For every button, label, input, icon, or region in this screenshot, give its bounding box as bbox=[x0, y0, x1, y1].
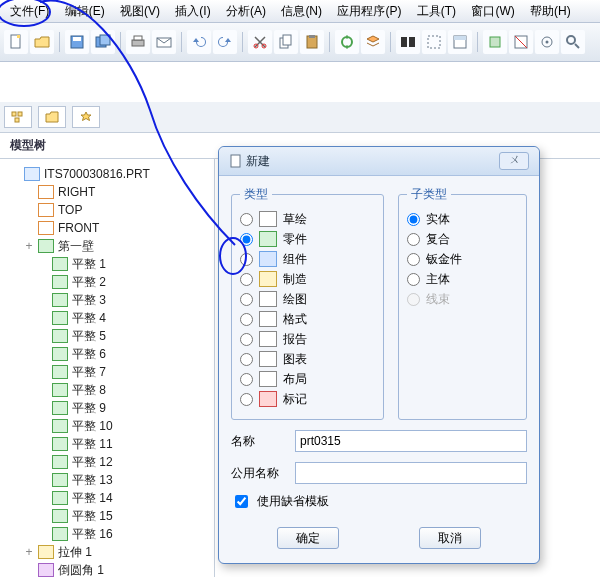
menu-analysis[interactable]: 分析(A) bbox=[220, 2, 272, 20]
menu-insert[interactable]: 插入(I) bbox=[169, 2, 216, 20]
regen-button[interactable] bbox=[335, 30, 359, 54]
tree-flat-feature[interactable]: 平整 2 bbox=[10, 273, 210, 291]
new-dialog: 新建 ㄨ 类型 草绘 零件 组件 制造 绘图 格式 报告 图表 布局 标记 bbox=[218, 146, 540, 564]
new-file-button[interactable] bbox=[4, 30, 28, 54]
tree-flat-feature[interactable]: 平整 13 bbox=[10, 471, 210, 489]
use-default-template-checkbox[interactable] bbox=[235, 495, 248, 508]
feature-icon bbox=[52, 491, 68, 505]
tree-extrude[interactable]: +拉伸 1 bbox=[10, 543, 210, 561]
type-diagram[interactable]: 图表 bbox=[240, 349, 375, 369]
type-markup[interactable]: 标记 bbox=[240, 389, 375, 409]
tree-flat-feature[interactable]: 平整 12 bbox=[10, 453, 210, 471]
redo-button[interactable] bbox=[213, 30, 237, 54]
main-toolbar bbox=[0, 23, 600, 62]
svg-rect-26 bbox=[12, 112, 16, 116]
type-format[interactable]: 格式 bbox=[240, 309, 375, 329]
undo-button[interactable] bbox=[187, 30, 211, 54]
menu-tools[interactable]: 工具(T) bbox=[411, 2, 462, 20]
panel-tab-folder[interactable] bbox=[38, 106, 66, 128]
menubar: 文件(F) 编辑(E) 视图(V) 插入(I) 分析(A) 信息(N) 应用程序… bbox=[0, 0, 600, 23]
ok-button[interactable]: 确定 bbox=[277, 527, 339, 549]
use-default-template-row[interactable]: 使用缺省模板 bbox=[231, 492, 527, 511]
paste-button[interactable] bbox=[300, 30, 324, 54]
common-name-input[interactable] bbox=[295, 462, 527, 484]
select-button[interactable] bbox=[422, 30, 446, 54]
menu-help[interactable]: 帮助(H) bbox=[524, 2, 577, 20]
view-mgr-button[interactable] bbox=[483, 30, 507, 54]
tree-flat-feature[interactable]: 平整 10 bbox=[10, 417, 210, 435]
tree-flat-feature[interactable]: 平整 6 bbox=[10, 345, 210, 363]
drawing-icon bbox=[259, 291, 277, 307]
sketch-icon bbox=[259, 211, 277, 227]
tree-flat-feature[interactable]: 平整 8 bbox=[10, 381, 210, 399]
panel-tab-tree[interactable] bbox=[4, 106, 32, 128]
name-input[interactable] bbox=[295, 430, 527, 452]
subtype-solid[interactable]: 实体 bbox=[407, 209, 518, 229]
name-label: 名称 bbox=[231, 433, 287, 450]
dialog-title-text: 新建 bbox=[246, 153, 270, 170]
save-button[interactable] bbox=[65, 30, 89, 54]
menu-file[interactable]: 文件(F) bbox=[4, 2, 55, 20]
tree-flat-feature[interactable]: 平整 3 bbox=[10, 291, 210, 309]
feature-icon bbox=[52, 455, 68, 469]
feature-icon bbox=[52, 329, 68, 343]
svg-rect-7 bbox=[134, 36, 142, 40]
layers-button[interactable] bbox=[361, 30, 385, 54]
print-button[interactable] bbox=[126, 30, 150, 54]
menu-apps[interactable]: 应用程序(P) bbox=[331, 2, 407, 20]
mail-button[interactable] bbox=[152, 30, 176, 54]
menu-window[interactable]: 窗口(W) bbox=[465, 2, 520, 20]
cut-button[interactable] bbox=[248, 30, 272, 54]
svg-point-24 bbox=[546, 41, 549, 44]
menu-info[interactable]: 信息(N) bbox=[275, 2, 328, 20]
cancel-button[interactable]: 取消 bbox=[419, 527, 481, 549]
subtype-body[interactable]: 主体 bbox=[407, 269, 518, 289]
spin-button[interactable] bbox=[535, 30, 559, 54]
subtype-composite[interactable]: 复合 bbox=[407, 229, 518, 249]
tree-round[interactable]: 倒圆角 1 bbox=[10, 561, 210, 577]
markup-icon bbox=[259, 391, 277, 407]
tree-flat-feature[interactable]: 平整 1 bbox=[10, 255, 210, 273]
copy-button[interactable] bbox=[274, 30, 298, 54]
tree-flat-feature[interactable]: 平整 4 bbox=[10, 309, 210, 327]
svg-rect-28 bbox=[15, 118, 19, 122]
type-sketch[interactable]: 草绘 bbox=[240, 209, 375, 229]
dialog-titlebar[interactable]: 新建 ㄨ bbox=[219, 147, 539, 176]
svg-rect-18 bbox=[428, 36, 440, 48]
tree-flat-feature[interactable]: 平整 15 bbox=[10, 507, 210, 525]
tree-flat-feature[interactable]: 平整 16 bbox=[10, 525, 210, 543]
tree-flat-feature[interactable]: 平整 11 bbox=[10, 435, 210, 453]
type-report[interactable]: 报告 bbox=[240, 329, 375, 349]
tree-plane-right[interactable]: RIGHT bbox=[10, 183, 210, 201]
subtype-sheetmetal[interactable]: 钣金件 bbox=[407, 249, 518, 269]
feature-icon bbox=[52, 383, 68, 397]
menu-view[interactable]: 视图(V) bbox=[114, 2, 166, 20]
type-mfg[interactable]: 制造 bbox=[240, 269, 375, 289]
tree-flat-feature[interactable]: 平整 7 bbox=[10, 363, 210, 381]
type-assembly[interactable]: 组件 bbox=[240, 249, 375, 269]
tree-flat-feature[interactable]: 平整 9 bbox=[10, 399, 210, 417]
menu-edit[interactable]: 编辑(E) bbox=[59, 2, 111, 20]
tree-plane-top[interactable]: TOP bbox=[10, 201, 210, 219]
feature-icon bbox=[52, 437, 68, 451]
subtype-group: 子类型 实体 复合 钣金件 主体 线束 bbox=[398, 186, 527, 420]
tree-root[interactable]: ITS700030816.PRT bbox=[10, 165, 210, 183]
format-icon bbox=[259, 311, 277, 327]
repaint-button[interactable] bbox=[509, 30, 533, 54]
type-legend: 类型 bbox=[240, 186, 272, 203]
tree-wall[interactable]: +第一壁 bbox=[10, 237, 210, 255]
type-layout[interactable]: 布局 bbox=[240, 369, 375, 389]
tree-flat-feature[interactable]: 平整 5 bbox=[10, 327, 210, 345]
panel-tab-favorites[interactable] bbox=[72, 106, 100, 128]
save-copy-button[interactable] bbox=[91, 30, 115, 54]
dialog-close-button[interactable]: ㄨ bbox=[499, 152, 529, 170]
tree-flat-feature[interactable]: 平整 14 bbox=[10, 489, 210, 507]
tree-plane-front[interactable]: FRONT bbox=[10, 219, 210, 237]
type-part[interactable]: 零件 bbox=[240, 229, 375, 249]
type-drawing[interactable]: 绘图 bbox=[240, 289, 375, 309]
filter-button[interactable] bbox=[448, 30, 472, 54]
open-file-button[interactable] bbox=[30, 30, 54, 54]
model-tree[interactable]: ITS700030816.PRT RIGHT TOP FRONT +第一壁 平整… bbox=[0, 159, 215, 577]
find-button[interactable] bbox=[396, 30, 420, 54]
zoom-button[interactable] bbox=[561, 30, 585, 54]
